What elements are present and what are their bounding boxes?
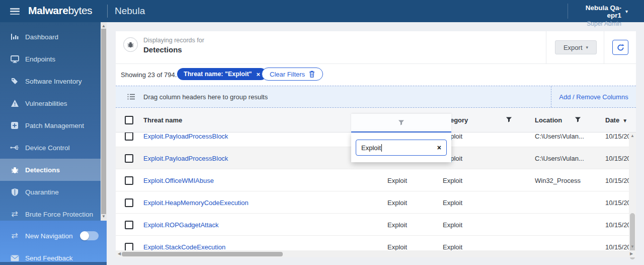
group-list-icon	[127, 93, 135, 102]
hamburger-menu-icon[interactable]	[10, 8, 20, 15]
chevron-down-icon: ▾	[586, 45, 589, 50]
sidebar-scrollbar-thumb[interactable]	[101, 29, 106, 214]
date-cell: 10/15/20	[605, 132, 631, 147]
threat-name-link[interactable]: Exploit.PayloadProcessBlock	[143, 132, 228, 147]
date-cell: 10/15/20	[605, 147, 631, 169]
brand-bold: Malware	[28, 5, 68, 16]
sidebar-item-label: Brute Force Protection	[25, 211, 93, 218]
sidebar-item-detections[interactable]: Detections	[0, 159, 101, 181]
table-row[interactable]: Exploit.OfficeWMIAbuse Exploit Exploit W…	[116, 169, 636, 191]
filter-funnel-icon-location[interactable]	[575, 116, 581, 125]
filter-chip-label: Threat name: "Exploit"	[184, 71, 252, 78]
bar-chart-icon	[10, 32, 19, 41]
chevron-down-icon[interactable]: ▾	[625, 9, 628, 14]
export-button[interactable]: Export ▾	[555, 40, 597, 54]
account-role: Super Admin	[574, 20, 621, 27]
type-cell: Exploit	[387, 214, 407, 236]
column-header-location[interactable]: Location	[535, 116, 562, 124]
tags-icon	[10, 77, 19, 86]
bug-icon	[10, 165, 19, 174]
brand-light: bytes	[68, 5, 92, 16]
horizontal-scrollbar-thumb[interactable]	[122, 252, 283, 256]
threat-name-link[interactable]: Exploit.HeapMemoryCodeExecution	[143, 191, 249, 214]
table-horizontal-scrollbar[interactable]: ◀ ▶	[116, 250, 636, 257]
top-bar: Malwarebytes Nebula Nebula Qa-epr1 Super…	[0, 0, 644, 22]
sidebar-item-label: Send Feedback	[25, 254, 73, 262]
clear-input-icon[interactable]: ×	[437, 144, 441, 152]
row-checkbox[interactable]	[125, 132, 133, 147]
column-filter-input[interactable]: Exploit ×	[356, 140, 447, 156]
type-cell: Exploit	[387, 191, 407, 214]
refresh-button[interactable]	[612, 40, 628, 55]
sidebar-item-endpoints[interactable]: Endpoints	[0, 48, 101, 70]
sidebar-item-dashboard[interactable]: Dashboard	[0, 26, 101, 48]
scroll-up-icon[interactable]: ▲	[629, 132, 636, 140]
row-checkbox[interactable]	[125, 191, 133, 214]
row-checkbox[interactable]	[125, 214, 133, 236]
sidebar-item-software-inventory[interactable]: Software Inventory	[0, 70, 101, 92]
filter-chip-threat-name[interactable]: Threat name: "Exploit" ×	[177, 68, 267, 80]
sidebar-item-device-control[interactable]: Device Control	[0, 137, 101, 159]
threat-name-link[interactable]: Exploit.StackCodeExecution	[143, 236, 225, 250]
date-cell: 10/15/20	[605, 191, 631, 214]
scroll-right-icon[interactable]: ▶	[628, 250, 635, 257]
clear-filters-button[interactable]: Clear Filters	[262, 68, 323, 81]
threat-name-link[interactable]: Exploit.OfficeWMIAbuse	[143, 169, 214, 191]
topbar-divider	[107, 5, 108, 18]
account-divider	[568, 4, 568, 19]
date-cell: 10/15/20	[605, 214, 631, 236]
account-menu[interactable]: Nebula Qa-epr1 Super Admin	[574, 4, 621, 27]
sidebar-item-patch-management[interactable]: Patch Management	[0, 114, 101, 137]
row-checkbox[interactable]	[125, 147, 133, 169]
table-row[interactable]: Exploit.HeapMemoryCodeExecution Exploit …	[116, 191, 636, 214]
type-cell: Exploit	[387, 236, 407, 250]
row-checkbox[interactable]	[125, 169, 133, 191]
table-row[interactable]: Exploit.StackCodeExecution Exploit Explo…	[116, 236, 636, 250]
category-cell: Exploit	[443, 214, 462, 236]
trash-icon	[309, 71, 315, 78]
type-cell: Exploit	[387, 169, 407, 191]
column-filter-popup: Exploit ×	[351, 132, 451, 162]
column-header-date[interactable]: Date▼	[605, 116, 627, 124]
sidebar-item-new-navigation[interactable]: ⇄ New Navigation	[0, 225, 107, 247]
refresh-icon	[617, 44, 624, 51]
warning-triangle-icon	[10, 99, 19, 108]
scroll-down-icon[interactable]: ▼	[629, 243, 636, 250]
threat-name-link[interactable]: Exploit.PayloadProcessBlock	[143, 147, 228, 169]
column-filter-header-cell[interactable]	[351, 114, 451, 132]
sidebar-bottom-strip	[0, 262, 107, 265]
account-name: Nebula Qa-epr1	[574, 4, 621, 19]
sidebar-item-label: Quarantine	[25, 188, 59, 196]
close-icon[interactable]: ×	[257, 71, 261, 78]
showing-count: Showing 23 of 794.	[121, 71, 177, 79]
category-cell: Exploit	[443, 169, 462, 191]
sidebar-item-quarantine[interactable]: Quarantine	[0, 181, 101, 203]
add-remove-columns-link[interactable]: Add / Remove Columns	[551, 86, 636, 107]
envelope-icon	[10, 253, 19, 262]
header-divider	[546, 31, 546, 63]
product-name: Nebula	[115, 6, 145, 17]
plus-square-icon	[10, 121, 19, 130]
filter-funnel-icon	[398, 119, 405, 126]
table-vertical-scrollbar[interactable]: ▲ ▼	[629, 132, 636, 250]
new-navigation-toggle[interactable]	[80, 231, 99, 240]
swap-arrows-icon: ⇄	[10, 210, 19, 219]
sidebar-scrollbar[interactable]: ▲ ▼	[101, 22, 107, 221]
swap-arrows-icon: ⇄	[10, 231, 19, 240]
scroll-down-icon[interactable]: ▼	[101, 214, 107, 220]
table-row[interactable]: Exploit.ROPGadgetAttack Exploit Exploit …	[116, 214, 636, 236]
location-cell: C:\Users\Vulan...	[535, 132, 584, 147]
section-divider	[116, 63, 636, 64]
category-cell: Exploit	[443, 236, 462, 250]
threat-name-link[interactable]: Exploit.ROPGadgetAttack	[143, 214, 219, 236]
select-all-checkbox[interactable]	[125, 116, 133, 124]
sidebar-item-label: Patch Management	[25, 122, 84, 129]
sidebar-item-label: Software Inventory	[25, 78, 82, 85]
detections-panel: Displaying records for Detections Export…	[116, 31, 636, 257]
sidebar-item-vulnerabilities[interactable]: Vulnerabilities	[0, 92, 101, 114]
group-by-bar[interactable]: Drag column headers here to group result…	[116, 86, 636, 108]
row-checkbox[interactable]	[125, 236, 133, 250]
filter-funnel-icon-category[interactable]	[506, 116, 512, 125]
shield-icon	[10, 187, 19, 196]
column-header-threat-name[interactable]: Threat name	[143, 116, 182, 124]
